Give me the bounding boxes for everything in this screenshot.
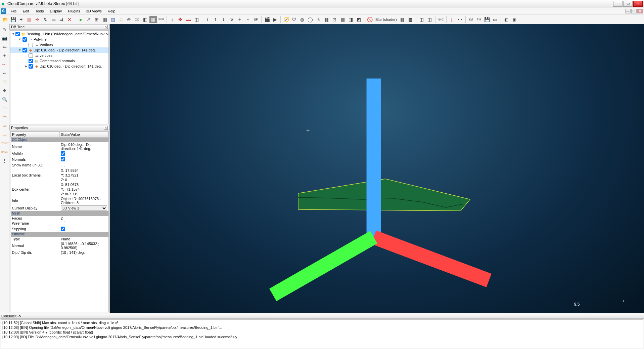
menu-plugins[interactable]: Plugins (65, 8, 83, 14)
tree-checkbox[interactable] (29, 59, 33, 63)
normals-checkbox[interactable] (61, 157, 65, 161)
doc-close-button[interactable]: ✕ (637, 9, 643, 13)
doc-minimize-button[interactable]: — (625, 9, 631, 13)
doc-restore-button[interactable]: ❐ (631, 9, 637, 13)
connected-icon[interactable]: ↯ (42, 16, 49, 23)
merge-icon[interactable]: ⇉ (58, 16, 65, 23)
tree-row[interactable]: ▤Compressed normals (10, 58, 108, 64)
svg-line-1 (374, 237, 489, 281)
bottom-view-icon[interactable]: ▭ (1, 113, 8, 120)
tree-twisty-icon[interactable]: ▶ (24, 65, 28, 68)
tree-row[interactable]: ▼◆Dip: 010 deg. - Dip direction: 141 deg… (10, 47, 108, 53)
menu-3dviews[interactable]: 3D Views (84, 8, 104, 14)
cloud-icon: ☁ (34, 42, 39, 47)
showname-checkbox[interactable] (61, 163, 65, 167)
auto-icon[interactable]: auto (1, 61, 8, 68)
norm-icon: ▤ (34, 59, 39, 63)
normals-icon[interactable]: ↗ (85, 16, 92, 23)
plus-icon[interactable]: ＋ (1, 52, 8, 59)
section-primitive: Primitive (11, 232, 108, 237)
iso-view-icon[interactable]: ◫ (1, 78, 8, 85)
sample-points-icon[interactable]: ✦ (17, 16, 25, 23)
properties-icon[interactable]: ▤ (26, 16, 33, 23)
tree-twisty-icon[interactable]: ▼ (18, 48, 22, 52)
visible-checkbox[interactable] (61, 151, 65, 156)
tree-item-label: Bedding_1.bin (D:/Menegoni_data/Ormea/Nu… (27, 32, 109, 36)
menu-file[interactable]: File (8, 8, 19, 14)
open-icon[interactable]: 📂 (1, 16, 9, 23)
top-view-icon[interactable]: ▭ (1, 104, 8, 112)
pick-icon[interactable]: ✛ (34, 16, 41, 23)
menubar: C File Edit Tools Display Plugins 3D Vie… (0, 7, 644, 15)
tree-row[interactable]: ▶◆Dip: 010 deg. - Dip direction: 141 deg… (10, 64, 108, 69)
zoom-icon[interactable]: 🔍 (1, 95, 8, 103)
move-icon[interactable]: ✥ (1, 87, 8, 94)
window-title: CloudCompare v2.9.beta Stereo [64-bit] (7, 1, 613, 6)
minimize-button[interactable]: — (613, 1, 623, 7)
maximize-button[interactable]: ▭ (623, 1, 633, 7)
console-panel: Console ◇ ✕ [10:11:52] [Global Shift] Ma… (0, 313, 644, 349)
console-body[interactable]: [10:11:52] [Global Shift] Max abs. coord… (1, 319, 643, 348)
tree-checkbox[interactable] (29, 64, 33, 69)
wireframe-checkbox[interactable] (61, 221, 65, 225)
tree-row[interactable]: ☁Vertices (10, 42, 108, 47)
menu-help[interactable]: Help (105, 8, 118, 14)
dbtree-body[interactable]: ▼📁Bedding_1.bin (D:/Menegoni_data/Ormea/… (10, 30, 109, 124)
properties-table: PropertyState/Value CC Object NameDip: 0… (10, 131, 108, 255)
tree-checkbox[interactable] (29, 53, 33, 58)
tree-item-label: Vertices (40, 43, 53, 47)
menu-edit[interactable]: Edit (20, 8, 32, 14)
front-view-icon[interactable]: FRONT (1, 139, 8, 147)
tree-checkbox[interactable] (22, 37, 27, 42)
properties-panel: Properties ◇ PropertyState/Value CC Obje… (9, 125, 109, 313)
console-line: [10:12:08] [BIN] Opening file 'D:/Menego… (2, 325, 642, 330)
tree-twisty-icon[interactable]: ▼ (18, 38, 22, 41)
pencil-icon[interactable]: ✎ (1, 26, 8, 33)
tree-row[interactable]: ☁vertices (10, 53, 108, 58)
tree-row[interactable]: ▼〰Polyline (10, 37, 108, 42)
left-panel: DB Tree ◇ ▼📁Bedding_1.bin (D:/Menegoni_d… (9, 24, 110, 313)
tree-checkbox[interactable] (15, 32, 20, 36)
prop-header-key: Property (11, 132, 60, 138)
clone-icon[interactable]: ▭ (50, 16, 57, 23)
mesh-icon: ◆ (34, 64, 39, 69)
tree-twisty-icon[interactable]: ▼ (12, 32, 15, 36)
close-button[interactable]: ✕ (633, 1, 643, 7)
tree-item-label: Polyline (34, 37, 47, 41)
mesh-icon: ◆ (28, 48, 33, 52)
right-view-icon[interactable]: ▭ (1, 130, 8, 138)
console-close-icon[interactable]: ✕ (18, 314, 21, 318)
back-view-icon[interactable]: BACK (1, 148, 8, 155)
console-float-icon[interactable]: ◇ (15, 314, 17, 318)
poly-icon: 〰 (28, 37, 33, 42)
console-line: [10:12:09] [I/O] File 'D:/Menegoni_data/… (2, 335, 642, 339)
app-logo-icon: C (1, 8, 6, 14)
tree-checkbox[interactable] (29, 43, 33, 47)
menu-display[interactable]: Display (47, 8, 64, 14)
tree-row[interactable]: ▼📁Bedding_1.bin (D:/Menegoni_data/Ormea/… (10, 31, 108, 37)
trihedron-icon (107, 21, 641, 309)
octree-icon[interactable]: ⊞ (93, 16, 100, 23)
viewport-3d[interactable]: + 9.5 (110, 24, 644, 313)
one-to-one-icon[interactable]: 1:1 (1, 43, 8, 50)
delete-icon[interactable]: ✕ (66, 16, 73, 23)
tree-item-label: vertices (40, 53, 52, 57)
section-ccobject: CC Object (11, 138, 108, 142)
stippling-checkbox[interactable] (61, 227, 65, 231)
console-line: [10:11:52] [Global Shift] Max abs. coord… (2, 320, 642, 325)
dbtree-panel: DB Tree ◇ ▼📁Bedding_1.bin (D:/Menegoni_d… (9, 24, 109, 125)
colors-icon[interactable]: ● (77, 16, 84, 23)
svg-line-2 (273, 237, 374, 295)
colors-view-icon[interactable]: ⋮ (1, 157, 8, 164)
camera-view-icon[interactable]: 📷 (1, 34, 8, 42)
menu-tools[interactable]: Tools (33, 8, 47, 14)
tree-checkbox[interactable] (22, 48, 27, 52)
titlebar: ◆ CloudCompare v2.9.beta Stereo [64-bit]… (0, 0, 644, 7)
dbtree-title: DB Tree (11, 25, 25, 29)
arrow-icon[interactable]: ⇤ (1, 69, 8, 77)
tree-item-label: Dip: 010 deg. - Dip direction: 141 deg. (40, 64, 102, 68)
left-view-icon[interactable]: ▭ (1, 122, 8, 129)
current-display-select[interactable]: 3D View 1 (61, 205, 107, 211)
tree-item-label: Compressed normals (40, 59, 75, 63)
save-icon[interactable]: 💾 (9, 16, 17, 23)
